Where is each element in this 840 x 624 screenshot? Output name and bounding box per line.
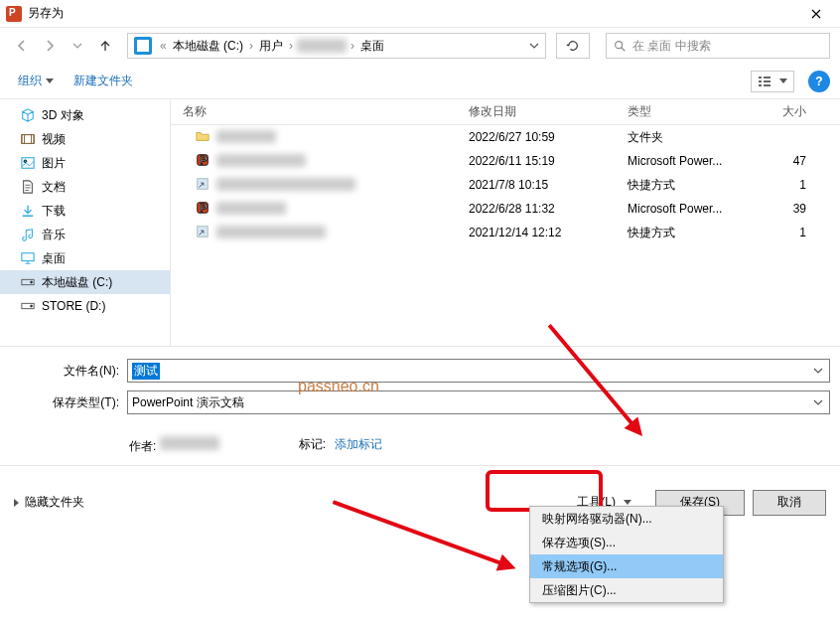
menu-item[interactable]: 压缩图片(C)... bbox=[530, 578, 723, 602]
file-type: Microsoft Power... bbox=[628, 202, 767, 216]
drive-icon bbox=[20, 274, 36, 290]
chevron-down-icon bbox=[46, 78, 54, 83]
nav-tree[interactable]: 3D 对象视频图片文档下载音乐桌面本地磁盘 (C:)STORE (D:) bbox=[0, 99, 171, 346]
file-name-redacted bbox=[216, 226, 326, 238]
breadcrumb-dropdown-button[interactable] bbox=[525, 35, 543, 57]
nav-recent-dropdown[interactable] bbox=[66, 34, 89, 58]
filename-input[interactable]: 测试 bbox=[127, 359, 830, 383]
tree-item-label: 文档 bbox=[42, 179, 66, 196]
nav-up-button[interactable] bbox=[93, 34, 117, 58]
tree-item[interactable]: 3D 对象 bbox=[0, 103, 170, 127]
window-title: 另存为 bbox=[28, 5, 64, 22]
file-size: 1 bbox=[767, 178, 826, 192]
desktop-icon bbox=[20, 250, 36, 266]
tree-item[interactable]: 桌面 bbox=[0, 246, 170, 270]
image-icon bbox=[20, 155, 36, 171]
author-label: 作者: bbox=[129, 439, 156, 453]
file-row[interactable]: 2021/12/14 12:12快捷方式1 bbox=[171, 221, 840, 244]
breadcrumb-segment[interactable]: 用户 bbox=[257, 38, 285, 55]
tree-item[interactable]: 图片 bbox=[0, 151, 170, 175]
search-input[interactable]: 在 桌面 中搜索 bbox=[606, 33, 830, 59]
svg-point-3 bbox=[24, 160, 27, 163]
cube-icon bbox=[20, 107, 36, 123]
tree-item-label: 音乐 bbox=[42, 227, 66, 243]
file-date: 2022/6/27 10:59 bbox=[469, 130, 628, 144]
file-type: Microsoft Power... bbox=[628, 154, 767, 168]
tags-add-link[interactable]: 添加标记 bbox=[335, 437, 382, 451]
svg-rect-4 bbox=[22, 253, 34, 261]
tree-item[interactable]: 音乐 bbox=[0, 223, 170, 246]
file-row[interactable]: P2022/6/11 15:19Microsoft Power...47 bbox=[171, 149, 840, 173]
tree-item[interactable]: 文档 bbox=[0, 175, 170, 199]
search-placeholder: 在 桌面 中搜索 bbox=[632, 38, 711, 55]
filetype-select[interactable]: PowerPoint 演示文稿 bbox=[127, 390, 830, 414]
tools-dropdown-menu[interactable]: 映射网络驱动器(N)...保存选项(S)...常规选项(G)...压缩图片(C)… bbox=[529, 506, 724, 603]
file-row[interactable]: 2021/7/8 10:15快捷方式1 bbox=[171, 173, 840, 197]
breadcrumb-segment[interactable]: 本地磁盘 (C:) bbox=[171, 38, 245, 55]
file-date: 2022/6/28 11:32 bbox=[469, 202, 628, 216]
drive2-icon bbox=[20, 298, 36, 314]
lnk-icon bbox=[195, 176, 210, 192]
file-name-redacted bbox=[216, 154, 306, 167]
breadcrumb-segment[interactable]: 桌面 bbox=[358, 38, 386, 55]
col-type[interactable]: 类型 bbox=[628, 103, 767, 120]
nav-forward-button[interactable] bbox=[38, 34, 62, 58]
tree-item-label: 本地磁盘 (C:) bbox=[42, 274, 112, 291]
filename-history-dropdown[interactable] bbox=[809, 362, 827, 380]
drive-icon bbox=[134, 37, 152, 55]
menu-item[interactable]: 映射网络驱动器(N)... bbox=[530, 507, 723, 531]
powerpoint-app-icon bbox=[6, 6, 22, 22]
tree-item-label: 视频 bbox=[42, 131, 66, 148]
lnk-icon bbox=[195, 224, 210, 239]
col-size[interactable]: 大小 bbox=[767, 103, 826, 120]
menu-item[interactable]: 常规选项(G)... bbox=[530, 554, 723, 578]
svg-rect-1 bbox=[22, 135, 34, 144]
doc-icon bbox=[20, 179, 36, 195]
file-row[interactable]: P2022/6/28 11:32Microsoft Power...39 bbox=[171, 197, 840, 221]
download-icon bbox=[20, 203, 36, 219]
nav-back-button[interactable] bbox=[10, 34, 34, 58]
col-date[interactable]: 修改日期 bbox=[469, 103, 628, 120]
view-mode-button[interactable] bbox=[751, 71, 794, 92]
tree-item-label: 3D 对象 bbox=[42, 107, 84, 124]
refresh-button[interactable] bbox=[556, 33, 590, 59]
filetype-label: 保存类型(T): bbox=[10, 394, 127, 411]
file-size: 47 bbox=[767, 154, 826, 168]
separator-icon: « bbox=[156, 39, 171, 53]
file-name-redacted bbox=[216, 202, 286, 215]
filetype-dropdown-button[interactable] bbox=[809, 393, 827, 411]
tree-item[interactable]: 视频 bbox=[0, 127, 170, 151]
pptx-icon: P bbox=[195, 200, 210, 216]
organize-button[interactable]: 组织 bbox=[10, 69, 62, 93]
column-headers[interactable]: 名称 修改日期 类型 大小 bbox=[171, 99, 840, 125]
close-button[interactable] bbox=[796, 0, 836, 28]
folder-icon bbox=[195, 128, 210, 144]
tree-item[interactable]: 本地磁盘 (C:) bbox=[0, 270, 170, 294]
tree-item[interactable]: STORE (D:) bbox=[0, 294, 170, 318]
svg-point-0 bbox=[616, 42, 623, 49]
col-name[interactable]: 名称 bbox=[171, 103, 469, 120]
hide-folders-toggle[interactable]: 隐藏文件夹 bbox=[14, 494, 84, 511]
file-name-redacted bbox=[216, 178, 355, 191]
chevron-down-icon bbox=[779, 78, 787, 83]
svg-point-6 bbox=[31, 281, 33, 283]
file-type: 快捷方式 bbox=[628, 225, 767, 241]
file-row[interactable]: 2022/6/27 10:59文件夹 bbox=[171, 125, 840, 149]
tree-item[interactable]: 下载 bbox=[0, 199, 170, 223]
menu-item[interactable]: 保存选项(S)... bbox=[530, 531, 723, 554]
breadcrumb[interactable]: « 本地磁盘 (C:) › 用户 › › 桌面 bbox=[127, 33, 546, 59]
list-icon bbox=[758, 76, 771, 87]
tree-item-label: 图片 bbox=[42, 155, 66, 172]
file-list[interactable]: 名称 修改日期 类型 大小 2022/6/27 10:59文件夹P2022/6/… bbox=[171, 99, 840, 346]
triangle-right-icon bbox=[14, 499, 19, 507]
cancel-button[interactable]: 取消 bbox=[753, 490, 826, 516]
tree-item-label: 桌面 bbox=[42, 250, 66, 267]
file-type: 快捷方式 bbox=[628, 177, 767, 194]
author-value-redacted bbox=[160, 436, 219, 450]
search-icon bbox=[613, 39, 627, 53]
chevron-right-icon: › bbox=[285, 39, 297, 53]
tags-label: 标记: bbox=[299, 437, 326, 451]
help-button[interactable]: ? bbox=[808, 71, 830, 92]
file-date: 2022/6/11 15:19 bbox=[469, 154, 628, 168]
new-folder-button[interactable]: 新建文件夹 bbox=[66, 69, 141, 93]
